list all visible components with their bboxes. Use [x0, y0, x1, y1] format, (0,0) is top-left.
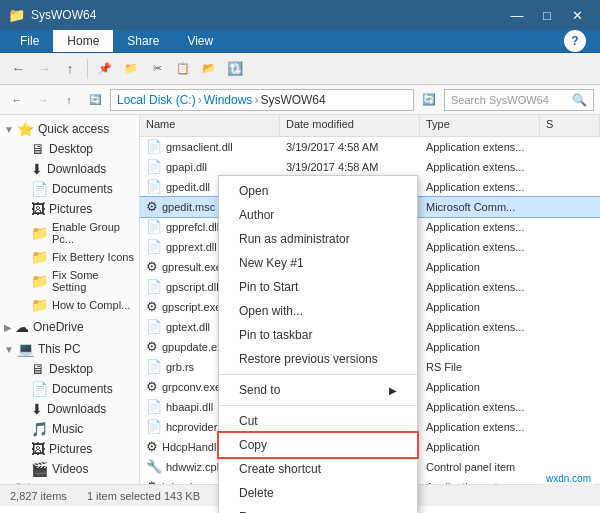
sidebar-item-pictures[interactable]: ▶ 🖼 Pictures	[0, 199, 139, 219]
context-menu-item[interactable]: Cut	[219, 409, 417, 433]
context-menu-item[interactable]: Open	[219, 179, 417, 203]
context-menu-item[interactable]: Rename	[219, 505, 417, 513]
fix-settings-label: Fix Some Setting	[52, 269, 135, 293]
help-button[interactable]: ?	[564, 30, 586, 52]
file-name: gpprext.dll	[166, 241, 217, 253]
sidebar-pc-downloads[interactable]: ▶ ⬇ Downloads	[0, 399, 139, 419]
tab-file[interactable]: File	[6, 30, 53, 52]
selected-info: 1 item selected 143 KB	[87, 490, 200, 502]
file-name-cell: 📄 gmsaclient.dll	[140, 139, 280, 154]
sidebar-pc-pictures[interactable]: ▶ 🖼 Pictures	[0, 439, 139, 459]
tab-share[interactable]: Share	[113, 30, 173, 52]
file-type-cell: Application extens...	[420, 421, 540, 433]
table-row[interactable]: 📄 gpapi.dll 3/19/2017 4:58 AM Applicatio…	[140, 157, 600, 177]
path-part-1[interactable]: Local Disk (C:)	[117, 93, 196, 107]
sidebar-pc-music[interactable]: ▶ 🎵 Music	[0, 419, 139, 439]
file-date-cell: 3/19/2017 4:58 AM	[280, 161, 420, 173]
addr-recent-button[interactable]: 🔄	[84, 89, 106, 111]
paste-button[interactable]: 📂	[197, 57, 221, 81]
search-box[interactable]: Search SysWOW64 🔍	[444, 89, 594, 111]
ctx-item-label: Delete	[239, 486, 274, 500]
sidebar-pc-desktop[interactable]: ▶ 🖥 Desktop	[0, 359, 139, 379]
pictures-label: Pictures	[49, 202, 92, 216]
up-button[interactable]: ↑	[58, 57, 82, 81]
forward-button[interactable]: →	[32, 57, 56, 81]
local-disk-header[interactable]: ▶ 💾 Local Disk (C:)	[0, 481, 139, 484]
file-icon: ⚙	[146, 199, 158, 214]
copy-button[interactable]: 📋	[171, 57, 195, 81]
file-name: gmsaclient.dll	[166, 141, 233, 153]
tab-home[interactable]: Home	[53, 30, 113, 52]
context-menu-item[interactable]: Send to▶	[219, 378, 417, 402]
quick-access-toggle: ▼	[4, 124, 14, 135]
context-menu-item[interactable]: Open with...	[219, 299, 417, 323]
downloads-label: Downloads	[47, 162, 106, 176]
item-count: 2,827 items	[10, 490, 67, 502]
search-placeholder: Search SysWOW64	[451, 94, 549, 106]
file-type-cell: Microsoft Comm...	[420, 201, 540, 213]
path-part-3: SysWOW64	[260, 93, 325, 107]
file-name: hdwwiz.exe	[162, 481, 219, 485]
sidebar-item-fix-battery[interactable]: ▶ 📁 Fix Bettery Icons	[0, 247, 139, 267]
maximize-button[interactable]: □	[532, 0, 562, 30]
col-name[interactable]: Name	[140, 115, 280, 136]
col-type[interactable]: Type	[420, 115, 540, 136]
context-menu-item[interactable]: Author	[219, 203, 417, 227]
path-part-2[interactable]: Windows	[204, 93, 253, 107]
file-icon: ⚙	[146, 479, 158, 484]
sidebar-item-desktop[interactable]: ▶ 🖥 Desktop	[0, 139, 139, 159]
search-icon[interactable]: 🔍	[572, 93, 587, 107]
ctx-item-label: Run as administrator	[239, 232, 350, 246]
sidebar-item-downloads[interactable]: ▶ ⬇ Downloads	[0, 159, 139, 179]
tab-view[interactable]: View	[173, 30, 227, 52]
context-menu-item[interactable]: Copy	[219, 433, 417, 457]
this-pc-section: ▼ 💻 This PC ▶ 🖥 Desktop ▶ 📄 Documents ▶ …	[0, 339, 139, 479]
context-menu-item[interactable]: Delete	[219, 481, 417, 505]
onedrive-header[interactable]: ▶ ☁ OneDrive	[0, 317, 139, 337]
col-size[interactable]: S	[540, 115, 600, 136]
file-type-cell: Application extens...	[420, 321, 540, 333]
close-button[interactable]: ✕	[562, 0, 592, 30]
refresh-button[interactable]: 🔃	[223, 57, 247, 81]
folder-icon: 📁	[8, 7, 25, 23]
addr-forward-button: →	[32, 89, 54, 111]
file-icon: 📄	[146, 419, 162, 434]
quick-access-section: ▼ ⭐ Quick access ▶ 🖥 Desktop ▶ ⬇ Downloa…	[0, 119, 139, 315]
file-name: hbaapi.dll	[166, 401, 213, 413]
ctx-item-label: Send to	[239, 383, 280, 397]
address-path[interactable]: Local Disk (C:) › Windows › SysWOW64	[110, 89, 414, 111]
pin-button[interactable]: 📌	[93, 57, 117, 81]
sidebar-item-fix-settings[interactable]: ▶ 📁 Fix Some Setting	[0, 267, 139, 295]
context-menu-separator	[219, 405, 417, 406]
file-type-cell: Application extens...	[420, 221, 540, 233]
file-icon: 📄	[146, 179, 162, 194]
refresh-addr-button[interactable]: 🔄	[418, 89, 440, 111]
col-date[interactable]: Date modified	[280, 115, 420, 136]
context-menu-item[interactable]: New Key #1	[219, 251, 417, 275]
sidebar-item-enable-group[interactable]: ▶ 📁 Enable Group Pc...	[0, 219, 139, 247]
context-menu-item[interactable]: Run as administrator	[219, 227, 417, 251]
sidebar-item-documents[interactable]: ▶ 📄 Documents	[0, 179, 139, 199]
context-menu-item[interactable]: Pin to Start	[219, 275, 417, 299]
addr-up-button[interactable]: ↑	[58, 89, 80, 111]
ctx-item-label: Open	[239, 184, 268, 198]
context-menu-item[interactable]: Create shortcut	[219, 457, 417, 481]
sidebar-item-how-to[interactable]: ▶ 📁 How to Compl...	[0, 295, 139, 315]
table-row[interactable]: 📄 gmsaclient.dll 3/19/2017 4:58 AM Appli…	[140, 137, 600, 157]
sidebar-pc-videos[interactable]: ▶ 🎬 Videos	[0, 459, 139, 479]
back-button[interactable]: ←	[6, 57, 30, 81]
ctx-item-label: Open with...	[239, 304, 303, 318]
quick-access-header[interactable]: ▼ ⭐ Quick access	[0, 119, 139, 139]
cut-button[interactable]: ✂	[145, 57, 169, 81]
addr-back-button[interactable]: ←	[6, 89, 28, 111]
file-type-cell: Application extens...	[420, 241, 540, 253]
sidebar-pc-documents[interactable]: ▶ 📄 Documents	[0, 379, 139, 399]
new-folder-button[interactable]: 📁	[119, 57, 143, 81]
this-pc-label: This PC	[38, 342, 81, 356]
minimize-button[interactable]: —	[502, 0, 532, 30]
context-menu-item[interactable]: Restore previous versions	[219, 347, 417, 371]
context-menu-item[interactable]: Pin to taskbar	[219, 323, 417, 347]
ctx-item-label: Copy	[239, 438, 267, 452]
this-pc-header[interactable]: ▼ 💻 This PC	[0, 339, 139, 359]
file-type-cell: Application	[420, 341, 540, 353]
